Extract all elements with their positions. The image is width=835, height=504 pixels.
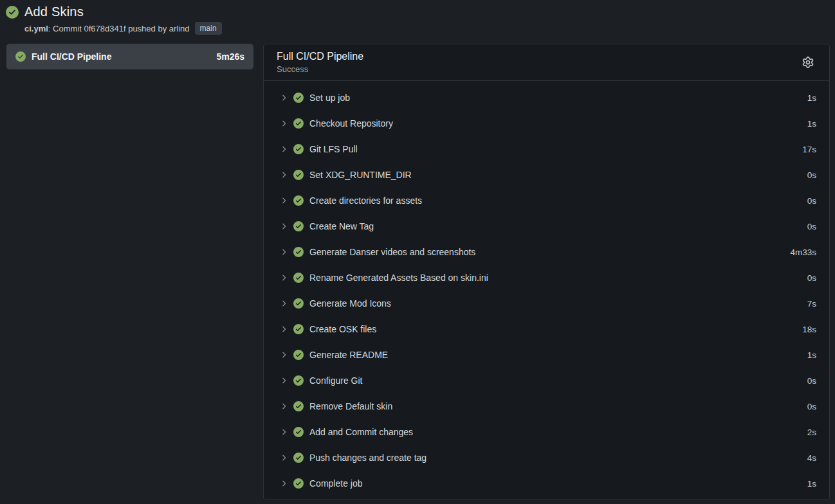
- step-name: Create OSK files: [309, 324, 802, 334]
- run-view-layout: Full CI/CD Pipeline 5m26s Full CI/CD Pip…: [0, 35, 835, 500]
- step-success-icon: [293, 118, 304, 129]
- chevron-right-icon[interactable]: [279, 247, 289, 257]
- step-name: Generate Danser videos and screenshots: [309, 247, 790, 257]
- step-success-icon: [293, 375, 304, 386]
- job-success-icon: [15, 51, 26, 62]
- step-duration: 0s: [807, 376, 816, 386]
- chevron-right-icon[interactable]: [279, 453, 289, 463]
- step-row[interactable]: Configure Git 0s: [264, 368, 829, 393]
- step-name: Remove Default skin: [309, 401, 807, 411]
- step-success-icon: [293, 324, 304, 334]
- step-name: Generate Mod Icons: [309, 298, 807, 309]
- run-title: Add Skins: [24, 4, 84, 19]
- step-duration: 0s: [807, 402, 816, 411]
- step-name: Set XDG_RUNTIME_DIR: [309, 170, 807, 180]
- step-row[interactable]: Add and Commit changes 2s: [264, 419, 829, 445]
- step-success-icon: [293, 195, 304, 206]
- step-duration: 1s: [807, 119, 816, 129]
- step-name: Push changes and create tag: [309, 453, 807, 463]
- job-detail-panel: Full CI/CD Pipeline Success Set up job 1…: [263, 44, 830, 500]
- panel-status-text: Success: [277, 64, 363, 74]
- step-duration: 1s: [807, 479, 816, 489]
- sidebar-job-item[interactable]: Full CI/CD Pipeline 5m26s: [6, 44, 253, 69]
- chevron-right-icon[interactable]: [279, 375, 289, 386]
- step-duration: 0s: [807, 273, 816, 283]
- step-duration: 0s: [807, 196, 816, 206]
- step-row[interactable]: Remove Default skin 0s: [264, 393, 829, 419]
- step-row[interactable]: Set up job 1s: [264, 85, 829, 111]
- commit-info-text: : Commit 0f678d341f pushed by arlind: [48, 24, 190, 33]
- gear-icon[interactable]: [800, 54, 816, 71]
- chevron-right-icon[interactable]: [279, 118, 289, 129]
- step-row[interactable]: Create OSK files 18s: [264, 316, 829, 342]
- chevron-right-icon[interactable]: [279, 350, 289, 360]
- step-name: Generate README: [309, 350, 807, 360]
- step-success-icon: [293, 247, 304, 257]
- step-success-icon: [293, 350, 304, 360]
- step-name: Checkout Repository: [309, 118, 807, 129]
- chevron-right-icon[interactable]: [279, 93, 289, 103]
- step-duration: 4m33s: [790, 248, 816, 257]
- step-success-icon: [293, 401, 304, 411]
- step-success-icon: [293, 298, 304, 309]
- chevron-right-icon[interactable]: [279, 401, 289, 411]
- step-success-icon: [293, 453, 304, 463]
- step-row[interactable]: Git LFS Pull 17s: [264, 136, 829, 162]
- step-row[interactable]: Set XDG_RUNTIME_DIR 0s: [264, 162, 829, 188]
- job-name: Full CI/CD Pipeline: [32, 51, 210, 62]
- step-success-icon: [293, 427, 304, 437]
- chevron-right-icon[interactable]: [279, 144, 289, 154]
- step-success-icon: [293, 93, 304, 103]
- step-duration: 0s: [807, 222, 816, 231]
- step-success-icon: [293, 170, 304, 180]
- step-row[interactable]: Rename Generated Assets Based on skin.in…: [264, 265, 829, 291]
- step-duration: 17s: [802, 145, 816, 154]
- step-row[interactable]: Create directories for assets 0s: [264, 188, 829, 213]
- step-success-icon: [293, 273, 304, 283]
- step-duration: 4s: [807, 453, 816, 463]
- step-name: Git LFS Pull: [309, 144, 802, 154]
- step-row[interactable]: Complete job 1s: [264, 471, 829, 496]
- step-success-icon: [293, 144, 304, 154]
- workflow-file-name: ci.yml: [24, 24, 48, 33]
- step-row[interactable]: Generate Danser videos and screenshots 4…: [264, 239, 829, 265]
- step-name: Rename Generated Assets Based on skin.in…: [309, 273, 807, 283]
- step-duration: 18s: [802, 325, 816, 334]
- run-header: Add Skins ci.yml: Commit 0f678d341f push…: [0, 0, 835, 35]
- chevron-right-icon[interactable]: [279, 427, 289, 437]
- chevron-right-icon[interactable]: [279, 478, 289, 489]
- step-row[interactable]: Push changes and create tag 4s: [264, 445, 829, 471]
- step-name: Create directories for assets: [309, 195, 807, 206]
- step-success-icon: [293, 221, 304, 231]
- step-duration: 1s: [807, 93, 816, 103]
- step-row[interactable]: Checkout Repository 1s: [264, 111, 829, 136]
- step-row[interactable]: Generate Mod Icons 7s: [264, 291, 829, 316]
- step-duration: 1s: [807, 350, 816, 360]
- job-panel-header: Full CI/CD Pipeline Success: [264, 44, 829, 81]
- panel-job-name: Full CI/CD Pipeline: [277, 51, 363, 62]
- chevron-right-icon[interactable]: [279, 273, 289, 283]
- step-duration: 0s: [807, 170, 816, 180]
- step-name: Set up job: [309, 93, 807, 103]
- run-success-icon: [6, 6, 19, 19]
- chevron-right-icon[interactable]: [279, 195, 289, 206]
- branch-badge[interactable]: main: [195, 22, 222, 35]
- chevron-right-icon[interactable]: [279, 170, 289, 180]
- jobs-sidebar: Full CI/CD Pipeline 5m26s: [6, 44, 253, 69]
- step-name: Create New Tag: [309, 221, 807, 231]
- chevron-right-icon[interactable]: [279, 221, 289, 231]
- step-success-icon: [293, 478, 304, 489]
- run-subtitle: ci.yml: Commit 0f678d341f pushed by arli…: [24, 22, 829, 35]
- steps-list: Set up job 1s Checkout Repository 1s Git…: [264, 81, 829, 500]
- step-name: Complete job: [309, 478, 807, 489]
- chevron-right-icon[interactable]: [279, 324, 289, 334]
- step-name: Configure Git: [309, 375, 807, 386]
- job-duration: 5m26s: [216, 51, 244, 62]
- step-row[interactable]: Generate README 1s: [264, 342, 829, 368]
- step-duration: 2s: [807, 428, 816, 437]
- step-row[interactable]: Create New Tag 0s: [264, 213, 829, 239]
- chevron-right-icon[interactable]: [279, 298, 289, 309]
- step-duration: 7s: [807, 299, 816, 309]
- step-name: Add and Commit changes: [309, 427, 807, 437]
